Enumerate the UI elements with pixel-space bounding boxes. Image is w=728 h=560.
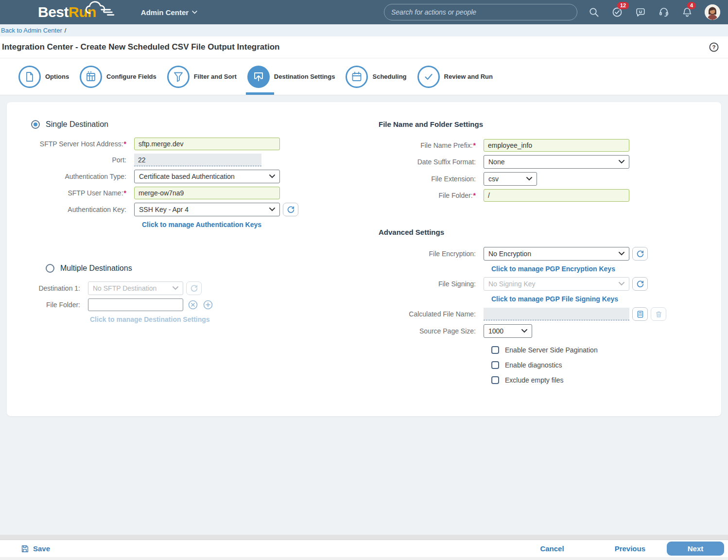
exclude-empty-files-option[interactable]: Exclude empty files <box>491 376 712 384</box>
top-navigation-bar: BestRun Admin Center 12 4 <box>0 0 728 24</box>
bestrun-logo[interactable]: BestRun <box>38 4 96 20</box>
file-encryption-row: File Encryption: No Encryption <box>372 247 712 261</box>
file-extension-label: File Extension: <box>372 175 484 183</box>
tab-scheduling[interactable]: Scheduling <box>346 58 406 95</box>
tab-label: Review and Run <box>444 73 493 80</box>
back-to-admin-center-link[interactable]: Back to Admin Center <box>1 27 62 34</box>
save-button[interactable]: Save <box>20 544 50 553</box>
manage-auth-keys-link[interactable]: Click to manage Authentication Keys <box>142 221 261 228</box>
sftp-host-label: SFTP Server Host Address:* <box>17 140 134 148</box>
tab-filter-and-sort[interactable]: Filter and Sort <box>167 58 237 95</box>
refresh-auth-keys-button[interactable] <box>283 203 298 216</box>
manage-destinations-row: Click to manage Destination Settings <box>90 315 329 324</box>
tab-label: Filter and Sort <box>194 73 237 80</box>
bottom-strip <box>0 557 728 560</box>
single-destination-radio[interactable]: Single Destination <box>31 120 329 129</box>
date-suffix-label: Date Suffix Format: <box>372 158 484 166</box>
auth-type-select[interactable]: Certificate based Authentication <box>134 170 280 183</box>
file-folder-input[interactable] <box>484 189 629 202</box>
todo-icon[interactable]: 12 <box>611 6 623 18</box>
refresh-destinations-button <box>186 281 202 295</box>
file-encryption-label: File Encryption: <box>372 250 484 258</box>
logo-text-run: Run <box>69 4 96 20</box>
tab-review-and-run[interactable]: Review and Run <box>417 58 493 95</box>
footer-divider-strip <box>0 535 728 540</box>
support-headset-icon[interactable] <box>658 6 670 18</box>
file-encryption-select[interactable]: No Encryption <box>484 247 629 261</box>
tab-configure-fields[interactable]: Configure Fields <box>80 58 156 95</box>
refresh-icon <box>190 284 198 293</box>
manage-auth-keys-row: Click to manage Authentication Keys <box>142 220 329 229</box>
next-button[interactable]: Next <box>667 542 724 556</box>
port-label: Port: <box>17 156 134 164</box>
refresh-encryption-keys-button[interactable] <box>632 247 648 261</box>
auth-key-select[interactable]: SSH Key - Apr 4 <box>134 203 280 216</box>
chevron-down-icon <box>192 11 197 14</box>
required-marker: * <box>473 141 476 149</box>
page-header: Integration Center - Create New Schedule… <box>0 36 728 58</box>
radio-button-checked[interactable] <box>31 120 40 129</box>
server-side-pagination-option[interactable]: Enable Server Side Pagination <box>491 346 712 354</box>
calculated-file-name-label: Calculated File Name: <box>372 310 484 318</box>
manage-pgp-encryption-keys-link[interactable]: Click to manage PGP Encryption Keys <box>491 265 615 273</box>
checkbox-unchecked[interactable] <box>491 361 499 369</box>
cancel-button[interactable]: Cancel <box>540 544 564 553</box>
enable-diagnostics-option[interactable]: Enable diagnostics <box>491 361 712 369</box>
destination-1-select: No SFTP Destination <box>88 281 183 295</box>
auth-key-value: SSH Key - Apr 4 <box>139 206 269 213</box>
sftp-host-input[interactable] <box>134 138 280 150</box>
checkbox-unchecked[interactable] <box>491 376 499 384</box>
page-title: Integration Center - Create New Schedule… <box>2 42 279 52</box>
destination-settings-card: Single Destination SFTP Server Host Addr… <box>7 102 721 416</box>
port-row: Port: <box>17 154 329 166</box>
previous-button[interactable]: Previous <box>615 544 645 553</box>
sftp-user-row: SFTP User Name:* <box>17 187 329 199</box>
multi-file-folder-input[interactable] <box>88 298 183 311</box>
tab-label: Destination Settings <box>274 73 335 80</box>
file-signing-row: File Signing: No Signing Key <box>372 277 712 291</box>
multi-file-folder-row: File Folder: <box>17 298 329 311</box>
refresh-signing-keys-button[interactable] <box>632 277 648 291</box>
multiple-destinations-label: Multiple Destinations <box>60 264 132 273</box>
multiple-destinations-radio[interactable]: Multiple Destinations <box>46 264 329 273</box>
manage-pgp-signing-keys-link[interactable]: Click to manage PGP File Signing Keys <box>491 295 618 303</box>
sftp-user-input[interactable] <box>134 187 280 199</box>
help-icon[interactable] <box>709 42 719 52</box>
date-suffix-row: Date Suffix Format: None <box>372 155 712 169</box>
source-page-size-select[interactable]: 1000 <box>484 324 532 338</box>
notifications-bell-icon[interactable]: 4 <box>681 6 693 18</box>
assistant-chat-icon[interactable] <box>635 6 646 18</box>
checkbox-label: Enable diagnostics <box>505 361 562 369</box>
auth-type-row: Authentication Type: Certificate based A… <box>17 170 329 183</box>
file-folder-row: File Folder:* <box>372 189 712 202</box>
search-input[interactable] <box>391 8 570 16</box>
file-name-prefix-input[interactable] <box>484 139 629 152</box>
breadcrumb: Back to Admin Center / <box>0 24 728 36</box>
add-destination-icon[interactable] <box>203 299 213 310</box>
clear-file-name-button <box>651 307 666 321</box>
radio-button-unchecked[interactable] <box>46 264 54 273</box>
file-extension-row: File Extension: csv <box>372 172 712 186</box>
table-grid-icon <box>80 66 102 88</box>
user-avatar[interactable] <box>705 4 720 20</box>
chevron-down-icon <box>269 208 275 211</box>
admin-center-menu[interactable]: Admin Center <box>141 8 197 17</box>
date-suffix-select[interactable]: None <box>484 155 629 169</box>
checkbox-unchecked[interactable] <box>491 346 499 354</box>
refresh-icon <box>636 250 644 258</box>
source-page-size-row: Source Page Size: 1000 <box>372 324 712 338</box>
trash-icon <box>655 310 663 318</box>
file-extension-select[interactable]: csv <box>484 172 537 186</box>
search-icon[interactable] <box>588 6 600 18</box>
tab-options[interactable]: Options <box>18 58 69 95</box>
manage-pgp-keys-row: Click to manage PGP Encryption Keys <box>491 264 712 273</box>
calculated-file-name-row: Calculated File Name: <box>372 307 712 321</box>
tab-destination-settings[interactable]: Destination Settings <box>247 58 335 95</box>
file-settings-heading: File Name and Folder Settings <box>379 120 712 128</box>
destination-1-row: Destination 1: No SFTP Destination <box>17 281 329 295</box>
global-search[interactable] <box>384 4 577 20</box>
remove-destination-icon[interactable] <box>188 299 198 310</box>
calculate-file-name-button[interactable] <box>632 307 648 321</box>
file-signing-select: No Signing Key <box>484 277 629 291</box>
chevron-down-icon <box>619 282 624 286</box>
